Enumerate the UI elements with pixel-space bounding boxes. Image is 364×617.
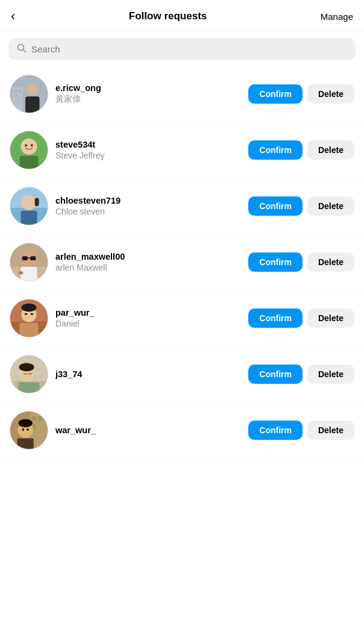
user-info: chloesteven719 Chloe steven	[55, 196, 241, 216]
confirm-button[interactable]: Confirm	[248, 84, 303, 104]
svg-rect-9	[25, 96, 39, 113]
avatar-wrap	[10, 299, 48, 337]
confirm-button[interactable]: Confirm	[248, 308, 303, 328]
delete-button[interactable]: Delete	[307, 365, 354, 384]
username: e.ricw_ong	[55, 83, 241, 93]
requests-list: e.ricw_ong 黃家偉 Confirm Delete steve534t …	[0, 66, 364, 459]
svg-point-13	[25, 144, 27, 146]
header: ‹ Follow requests Manage	[0, 0, 364, 31]
svg-line-1	[24, 50, 26, 52]
svg-rect-23	[20, 267, 37, 281]
svg-rect-44	[33, 424, 36, 429]
avatar-wrap	[10, 411, 48, 449]
action-buttons: Confirm Delete	[248, 84, 354, 104]
delete-button[interactable]: Delete	[307, 140, 354, 160]
svg-point-8	[27, 84, 37, 95]
svg-point-34	[30, 313, 33, 315]
svg-rect-24	[22, 256, 28, 260]
request-item: steve534t Steve Jeffrey Confirm Delete	[0, 122, 364, 178]
request-item: war_wur_ Confirm Delete	[0, 402, 364, 459]
display-name: arlen Maxwell	[55, 263, 241, 272]
display-name: 黃家偉	[55, 94, 241, 105]
svg-rect-27	[19, 272, 24, 275]
svg-point-49	[27, 428, 29, 431]
avatar	[10, 411, 48, 449]
confirm-button[interactable]: Confirm	[248, 140, 303, 160]
svg-point-32	[21, 304, 36, 312]
username: j33_74	[55, 369, 241, 379]
delete-button[interactable]: Delete	[307, 196, 354, 216]
svg-rect-18	[20, 211, 37, 225]
action-buttons: Confirm Delete	[248, 252, 354, 272]
avatar	[10, 187, 48, 225]
action-buttons: Confirm Delete	[248, 308, 354, 328]
svg-rect-5	[15, 89, 17, 92]
svg-rect-46	[17, 439, 34, 449]
page-title: Follow requests	[129, 10, 207, 22]
avatar	[10, 131, 48, 169]
svg-rect-42	[33, 416, 36, 421]
svg-rect-12	[20, 156, 39, 169]
svg-point-17	[21, 195, 36, 210]
avatar	[10, 75, 48, 113]
user-info: steve534t Steve Jeffrey	[55, 140, 241, 160]
svg-point-11	[20, 139, 37, 155]
confirm-button[interactable]: Confirm	[248, 365, 303, 384]
avatar-wrap	[10, 131, 48, 169]
username: arlen_maxwell00	[55, 252, 241, 262]
display-name: Chloe steven	[55, 207, 241, 216]
avatar	[10, 243, 48, 281]
svg-rect-25	[30, 256, 36, 260]
request-item: arlen_maxwell00 arlen Maxwell Confirm De…	[0, 234, 364, 290]
user-info: j33_74	[55, 369, 241, 379]
action-buttons: Confirm Delete	[248, 140, 354, 160]
username: par_wur_	[55, 308, 241, 318]
user-info: par_wur_ Daniel	[55, 308, 241, 328]
username: steve534t	[55, 140, 241, 149]
display-name: Daniel	[55, 319, 241, 328]
svg-point-47	[19, 419, 33, 428]
search-icon	[17, 43, 27, 55]
request-item: par_wur_ Daniel Confirm Delete	[0, 290, 364, 346]
request-item: e.ricw_ong 黃家偉 Confirm Delete	[0, 66, 364, 122]
svg-point-39	[19, 363, 34, 372]
confirm-button[interactable]: Confirm	[248, 252, 303, 272]
svg-point-48	[22, 428, 24, 431]
user-info: war_wur_	[55, 425, 241, 435]
svg-point-33	[25, 313, 28, 315]
action-buttons: Confirm Delete	[248, 365, 354, 384]
confirm-button[interactable]: Confirm	[248, 196, 303, 216]
confirm-button[interactable]: Confirm	[248, 421, 303, 440]
svg-point-14	[31, 144, 33, 146]
svg-rect-4	[13, 87, 23, 113]
search-input[interactable]	[31, 44, 347, 54]
search-bar	[8, 38, 356, 60]
avatar-wrap	[10, 355, 48, 393]
delete-button[interactable]: Delete	[307, 252, 354, 272]
svg-rect-38	[19, 383, 40, 393]
action-buttons: Confirm Delete	[248, 421, 354, 440]
avatar-wrap	[10, 187, 48, 225]
avatar-wrap	[10, 75, 48, 113]
request-item: j33_74 Confirm Delete	[0, 346, 364, 402]
svg-rect-43	[39, 416, 42, 421]
delete-button[interactable]: Delete	[307, 421, 354, 440]
back-button[interactable]: ‹	[11, 10, 15, 23]
svg-rect-19	[35, 198, 39, 206]
user-info: e.ricw_ong 黃家偉	[55, 83, 241, 105]
avatar-wrap	[10, 243, 48, 281]
user-info: arlen_maxwell00 arlen Maxwell	[55, 252, 241, 272]
delete-button[interactable]: Delete	[307, 84, 354, 104]
display-name: Steve Jeffrey	[55, 151, 241, 160]
request-item: chloesteven719 Chloe steven Confirm Dele…	[0, 178, 364, 234]
action-buttons: Confirm Delete	[248, 196, 354, 216]
avatar	[10, 355, 48, 393]
svg-rect-6	[19, 89, 21, 92]
svg-rect-31	[20, 323, 39, 337]
search-container	[0, 31, 364, 66]
username: chloesteven719	[55, 196, 241, 205]
manage-button[interactable]: Manage	[321, 11, 353, 22]
avatar	[10, 299, 48, 337]
username: war_wur_	[55, 425, 241, 435]
delete-button[interactable]: Delete	[307, 308, 354, 328]
